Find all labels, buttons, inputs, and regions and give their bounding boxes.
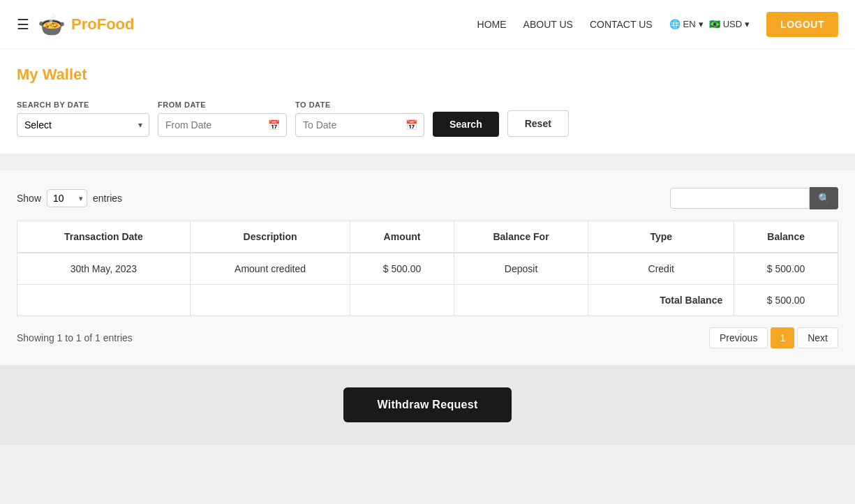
previous-button[interactable]: Previous (709, 327, 768, 348)
from-date-group: FROM DATE 📅 (158, 101, 287, 137)
nav-contact[interactable]: CONTACT US (590, 19, 653, 30)
pagination-row: Showing 1 to 1 of 1 entries Previous 1 N… (17, 327, 838, 348)
entries-select[interactable]: 10 25 50 100 (47, 189, 87, 207)
table-search-input[interactable] (670, 188, 810, 209)
cell-balance: $ 500.00 (734, 253, 838, 285)
select-wrapper: Select ▾ (17, 113, 149, 137)
table-search-button[interactable]: 🔍 (810, 187, 838, 209)
table-body: 30th May, 2023 Amount credited $ 500.00 … (17, 253, 838, 316)
next-button[interactable]: Next (797, 327, 838, 348)
nav-about[interactable]: ABOUT US (523, 19, 573, 30)
from-date-input[interactable] (158, 113, 287, 137)
cell-balance-for: Deposit (454, 253, 588, 285)
logo[interactable]: 🍲 ProFood (38, 11, 134, 38)
nav-home[interactable]: HOME (477, 19, 507, 30)
pagination-info: Showing 1 to 1 of 1 entries (17, 332, 133, 343)
show-label: Show (17, 193, 41, 204)
currency-label: USD (723, 19, 742, 29)
current-page[interactable]: 1 (771, 327, 794, 348)
main-content: My Wallet SEARCH BY DATE Select ▾ FROM D… (0, 49, 855, 154)
hamburger-icon[interactable]: ☰ (17, 16, 29, 33)
total-balance-amount: $ 500.00 (734, 285, 838, 316)
from-date-label: FROM DATE (158, 101, 287, 109)
header-left: ☰ 🍲 ProFood (17, 11, 134, 38)
cell-description: Amount credited (190, 253, 350, 285)
table-search: 🔍 (670, 187, 838, 209)
search-by-date-group: SEARCH BY DATE Select ▾ (17, 101, 149, 137)
total-spacer-4 (454, 285, 588, 316)
table-section: Show 10 25 50 100 ▾ entries 🔍 Transacti (0, 170, 855, 365)
table-row: 30th May, 2023 Amount credited $ 500.00 … (17, 253, 838, 285)
currency-flag: 🇧🇷 (709, 19, 720, 29)
to-date-label: TO DATE (295, 101, 424, 109)
total-spacer-3 (350, 285, 454, 316)
lang-chevron-icon: ▾ (699, 19, 704, 29)
lang-flag: 🌐 (669, 19, 681, 29)
logout-button[interactable]: LOGOUT (766, 12, 838, 37)
reset-button[interactable]: Reset (507, 110, 569, 137)
search-icon: 🔍 (818, 193, 830, 204)
lang-label: EN (683, 19, 696, 29)
page-title: My Wallet (17, 66, 838, 84)
total-row: Total Balance $ 500.00 (17, 285, 838, 316)
search-by-date-select[interactable]: Select (17, 113, 149, 137)
entries-label: entries (93, 193, 122, 204)
table-head: Transaction Date Description Amount Bala… (17, 221, 838, 253)
logo-icon: 🍲 (38, 11, 66, 38)
transactions-table: Transaction Date Description Amount Bala… (17, 221, 838, 316)
col-description: Description (190, 221, 350, 253)
col-type: Type (588, 221, 734, 253)
pagination-controls: Previous 1 Next (709, 327, 838, 348)
lang-dropdown[interactable]: 🌐 EN ▾ (669, 19, 704, 29)
total-spacer-2 (190, 285, 350, 316)
col-balance: Balance (734, 221, 838, 253)
to-date-input[interactable] (295, 113, 424, 137)
col-balance-for: Balance For (454, 221, 588, 253)
table-top: Show 10 25 50 100 ▾ entries 🔍 (17, 187, 838, 209)
cell-date: 30th May, 2023 (17, 253, 191, 285)
total-balance-label: Total Balance (588, 285, 734, 316)
header: ☰ 🍲 ProFood HOME ABOUT US CONTACT US 🌐 E… (0, 0, 855, 49)
col-amount: Amount (350, 221, 454, 253)
entries-select-wrapper: 10 25 50 100 ▾ (47, 189, 87, 207)
to-date-group: TO DATE 📅 (295, 101, 424, 137)
cell-amount: $ 500.00 (350, 253, 454, 285)
search-by-date-label: SEARCH BY DATE (17, 101, 149, 109)
table-header-row: Transaction Date Description Amount Bala… (17, 221, 838, 253)
currency-dropdown[interactable]: 🇧🇷 USD ▾ (709, 19, 750, 29)
withdraw-request-button[interactable]: Withdraw Request (343, 387, 511, 422)
to-date-wrapper: 📅 (295, 113, 424, 137)
withdraw-section: Withdraw Request (0, 365, 855, 445)
show-entries: Show 10 25 50 100 ▾ entries (17, 189, 122, 207)
logo-text: ProFood (71, 15, 134, 34)
search-button[interactable]: Search (433, 112, 499, 137)
col-transaction-date: Transaction Date (17, 221, 191, 253)
lang-currency: 🌐 EN ▾ 🇧🇷 USD ▾ (669, 19, 750, 29)
total-spacer-1 (17, 285, 191, 316)
currency-chevron-icon: ▾ (745, 19, 750, 29)
from-date-wrapper: 📅 (158, 113, 287, 137)
filter-row: SEARCH BY DATE Select ▾ FROM DATE 📅 TO D… (17, 101, 838, 137)
cell-type: Credit (588, 253, 734, 285)
header-nav: HOME ABOUT US CONTACT US 🌐 EN ▾ 🇧🇷 USD ▾… (477, 12, 838, 37)
